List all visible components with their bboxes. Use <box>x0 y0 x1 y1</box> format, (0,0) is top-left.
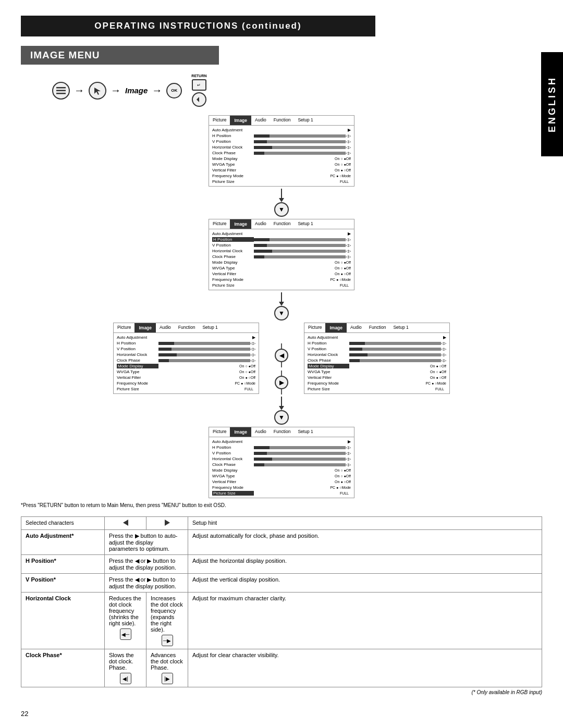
cphase-right-icon: |▶ <box>162 673 173 684</box>
row-right-hclock: Increases the dot clock frequency (expan… <box>146 593 188 649</box>
tab-function-2[interactable]: Function <box>270 219 295 229</box>
main-header: OPERATING INSTRUCTIONS (continued) <box>21 16 375 36</box>
left-adjust-btn[interactable]: ◀ <box>275 349 288 362</box>
row-name-cphase: Clock Phase* <box>21 649 105 687</box>
menu-panel-2: Picture Image Audio Function Setup 1 Aut… <box>209 219 354 290</box>
svg-rect-2 <box>56 93 66 94</box>
cphase-left-icon: ◀| <box>120 673 131 684</box>
right-triangle-header <box>165 520 170 526</box>
svg-rect-1 <box>56 90 66 91</box>
row-hint-auto: Adjust automatically for clock, phase an… <box>188 530 542 555</box>
ok-button[interactable]: OK <box>166 83 182 98</box>
table-row: Horizontal Clock Reduces the dot clock f… <box>21 593 542 649</box>
row-name-vpos: V Position* <box>21 574 105 593</box>
nav-arrow-1: → <box>74 84 84 96</box>
side-tab-text: ENGLISH <box>547 76 558 132</box>
table-header-col1: Selected characters <box>21 517 105 530</box>
cursor-icon <box>89 82 106 100</box>
side-tab: ENGLISH <box>541 52 563 156</box>
row-hint-hpos: Adjust the horizontal display position. <box>188 555 542 574</box>
nav-image-label: Image <box>125 86 148 95</box>
down-arrow-3: ▼ <box>21 397 542 425</box>
tab-image-2[interactable]: Image <box>230 219 251 229</box>
tab-picture-1[interactable]: Picture <box>209 116 230 125</box>
nav-return: RETURN ↵ <box>191 74 206 107</box>
return-button[interactable]: ↵ <box>192 79 206 91</box>
row-hint-vpos: Adjust the vertical display position. <box>188 574 542 593</box>
tab-audio-2[interactable]: Audio <box>251 219 270 229</box>
table-header-col3 <box>146 517 188 530</box>
row-desc-hpos: Press the ◀ or ▶ button to adjust the di… <box>105 555 188 574</box>
info-table: Selected characters Setup hint Auto Adju… <box>21 516 542 687</box>
row-desc-vpos: Press the ◀ or ▶ button to adjust the di… <box>105 574 188 593</box>
menu-panel-5: Picture Image Audio Function Setup 1 Aut… <box>209 427 354 498</box>
row-name-hpos: H Position* <box>21 555 105 574</box>
svg-marker-4 <box>197 97 199 102</box>
tab-picture-2[interactable]: Picture <box>209 219 230 229</box>
tab-setup-1[interactable]: Setup 1 <box>294 116 316 125</box>
hclock-left-icon: ◀─ <box>120 628 131 640</box>
table-header-col4: Setup hint <box>188 517 542 530</box>
only-note: (* Only available in RGB input) <box>21 689 542 695</box>
menu-panel-1: Picture Image Audio Function Setup 1 Aut… <box>209 115 354 187</box>
table-row: Clock Phase* Slows the dot clock. Phase.… <box>21 649 542 687</box>
left-triangle-header <box>123 520 128 526</box>
return-note: *Press "RETURN" button to return to Main… <box>21 502 542 508</box>
nav-row: → → Image → OK RETURN ↵ <box>52 74 542 107</box>
hclock-right-icon: ─▶ <box>162 635 173 646</box>
tab-function-1[interactable]: Function <box>270 116 295 125</box>
row-hint-cphase: Adjust for clear character visibility. <box>188 649 542 687</box>
right-adjust-btn[interactable]: ▶ <box>275 376 288 389</box>
row-hint-hclock: Adjust for maximum character clarity. <box>188 593 542 649</box>
page-number: 22 <box>21 710 28 718</box>
menu-panel-3: Picture Image Audio Function Setup 1 Aut… <box>113 323 259 394</box>
row-right-cphase: Advances the dot clock Phase. |▶ <box>146 649 188 687</box>
menu-panel-4: Picture Image Audio Function Setup 1 Aut… <box>304 323 450 394</box>
section-title: IMAGE MENU <box>21 46 219 65</box>
nav-arrow-3: → <box>152 84 162 96</box>
table-row: V Position* Press the ◀ or ▶ button to a… <box>21 574 542 593</box>
tab-image-1[interactable]: Image <box>230 116 251 125</box>
menu-icon <box>52 82 70 100</box>
svg-marker-3 <box>94 88 101 95</box>
row-desc-auto: Press the ▶ button to auto-adjust the di… <box>105 530 188 555</box>
table-header-col2 <box>105 517 146 530</box>
nav-arrow-2: → <box>111 84 121 96</box>
row-left-hclock: Reduces the dot clock frequency (shrinks… <box>105 593 146 649</box>
row-name-hclock: Horizontal Clock <box>21 593 105 649</box>
tab-audio-1[interactable]: Audio <box>251 116 270 125</box>
tab-setup-2[interactable]: Setup 1 <box>294 219 316 229</box>
table-row: Auto Adjustment* Press the ▶ button to a… <box>21 530 542 555</box>
row-name-auto: Auto Adjustment* <box>21 530 105 555</box>
down-arrow-1: ▼ <box>21 189 542 217</box>
row-left-cphase: Slows the dot clock. Phase. ◀| <box>105 649 146 687</box>
return-icon <box>192 92 206 107</box>
down-arrow-2: ▼ <box>21 292 542 320</box>
svg-rect-0 <box>56 87 66 89</box>
table-row: H Position* Press the ◀ or ▶ button to a… <box>21 555 542 574</box>
